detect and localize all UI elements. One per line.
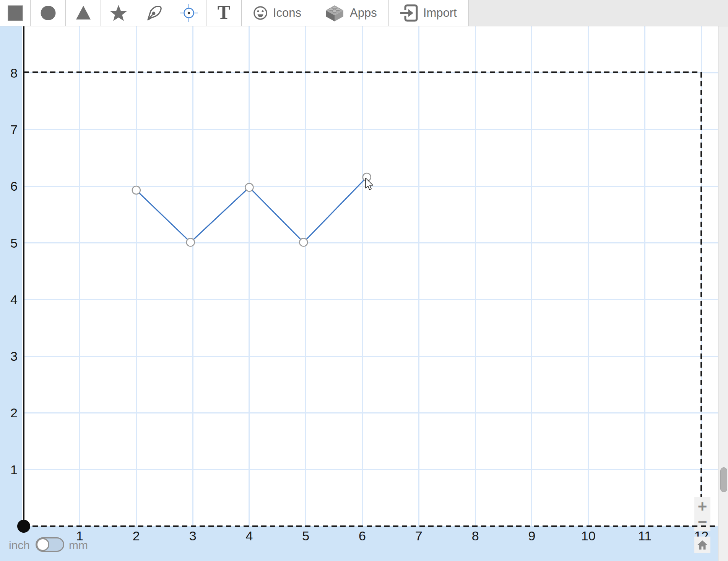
origin-handle[interactable] — [17, 520, 30, 533]
unit-toggle-switch[interactable] — [36, 537, 64, 552]
apps-button[interactable]: Apps — [313, 0, 389, 26]
import-icon — [400, 3, 418, 23]
star-icon — [110, 4, 127, 22]
path-vertex-handle[interactable] — [245, 183, 253, 191]
mm-label: mm — [69, 539, 88, 552]
circle-icon — [39, 4, 57, 22]
home-icon — [697, 540, 708, 550]
pen-tool-button[interactable] — [136, 0, 171, 26]
path-vertex-handle[interactable] — [132, 186, 140, 194]
scrollbar-thumb[interactable] — [720, 467, 727, 492]
pen-icon — [145, 4, 163, 22]
drawing-canvas[interactable]: 87654321 123456789101112 inch mm + − — [0, 26, 728, 561]
import-button-label: Import — [423, 6, 457, 20]
home-button[interactable] — [697, 540, 708, 550]
drawing-app: T Icons Apps — [0, 0, 728, 561]
ellipse-tool-button[interactable] — [31, 0, 66, 26]
icons-library-button[interactable]: Icons — [242, 0, 313, 26]
smiley-icon — [253, 6, 268, 20]
triangle-icon — [75, 4, 92, 22]
text-tool-icon: T — [218, 3, 230, 22]
triangle-tool-button[interactable] — [66, 0, 101, 26]
x-axis-line — [24, 525, 718, 527]
path-vertex-handle[interactable] — [299, 238, 307, 246]
target-tool-button[interactable] — [171, 0, 206, 26]
apps-button-label: Apps — [350, 6, 377, 20]
toolbar: T Icons Apps — [0, 0, 728, 26]
inch-label: inch — [0, 539, 30, 552]
import-button[interactable]: Import — [389, 0, 469, 26]
brick-icon — [325, 4, 344, 22]
icons-button-label: Icons — [273, 6, 301, 20]
path-vertex-handle[interactable] — [187, 238, 195, 246]
drawing-layer — [0, 26, 728, 561]
target-icon — [179, 3, 198, 23]
home-panel — [694, 537, 710, 553]
square-icon — [6, 4, 24, 22]
unit-toggle-knob[interactable] — [36, 538, 49, 551]
rectangle-tool-button[interactable] — [0, 0, 31, 26]
mouse-cursor — [365, 178, 374, 190]
vertical-scrollbar[interactable] — [718, 26, 728, 561]
star-tool-button[interactable] — [101, 0, 136, 26]
zoom-in-button[interactable]: + — [694, 499, 710, 513]
text-tool-button[interactable]: T — [206, 0, 242, 26]
